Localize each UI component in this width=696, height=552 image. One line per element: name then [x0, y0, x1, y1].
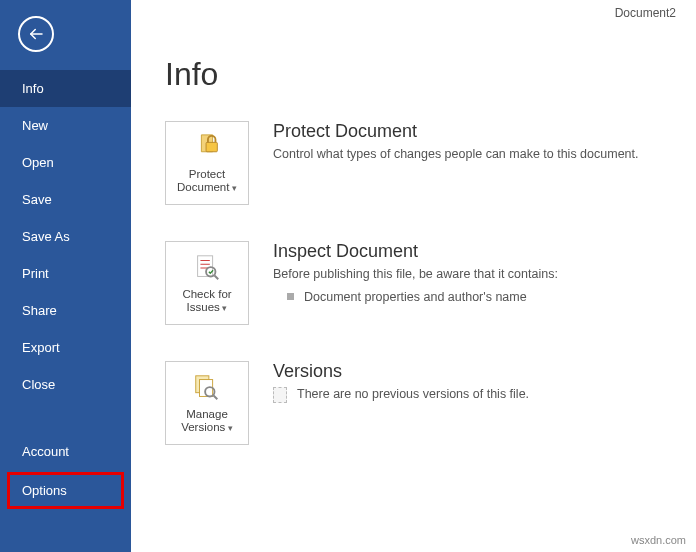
versions-heading: Versions [273, 361, 529, 382]
sidebar-item-close[interactable]: Close [0, 366, 131, 403]
lock-shield-icon [191, 132, 223, 164]
svg-line-7 [215, 275, 219, 279]
protect-document-tile[interactable]: Protect Document [165, 121, 249, 205]
versions-tile-label: Manage Versions [170, 408, 244, 434]
inspect-tile-label: Check for Issues [170, 288, 244, 314]
section-inspect: Check for Issues Inspect Document Before… [165, 241, 662, 325]
sidebar-item-share[interactable]: Share [0, 292, 131, 329]
bullet-square-icon [287, 293, 294, 300]
sidebar-item-account[interactable]: Account [0, 433, 131, 470]
svg-line-11 [214, 395, 218, 399]
inspect-bullet: Document properties and author's name [287, 290, 558, 304]
section-protect: Protect Document Protect Document Contro… [165, 121, 662, 205]
svg-rect-1 [206, 142, 217, 151]
sidebar-item-new[interactable]: New [0, 107, 131, 144]
sidebar-item-open[interactable]: Open [0, 144, 131, 181]
manage-versions-tile[interactable]: Manage Versions [165, 361, 249, 445]
sidebar-item-options[interactable]: Options [7, 472, 124, 509]
document-inspect-icon [191, 252, 223, 284]
sidebar-item-save[interactable]: Save [0, 181, 131, 218]
document-versions-icon [191, 372, 223, 404]
versions-desc: There are no previous versions of this f… [297, 386, 529, 404]
document-name: Document2 [615, 6, 676, 20]
sidebar-item-print[interactable]: Print [0, 255, 131, 292]
inspect-desc: Before publishing this file, be aware th… [273, 266, 558, 284]
version-file-icon [273, 387, 287, 403]
protect-desc: Control what types of changes people can… [273, 146, 639, 164]
check-for-issues-tile[interactable]: Check for Issues [165, 241, 249, 325]
protect-heading: Protect Document [273, 121, 639, 142]
page-title: Info [165, 56, 662, 93]
inspect-heading: Inspect Document [273, 241, 558, 262]
sidebar-item-save-as[interactable]: Save As [0, 218, 131, 255]
back-button[interactable] [18, 16, 54, 52]
main-panel: Document2 Info Protect Document Protect … [131, 0, 696, 552]
sidebar-item-info[interactable]: Info [0, 70, 131, 107]
inspect-bullet-text: Document properties and author's name [304, 290, 527, 304]
sidebar-item-export[interactable]: Export [0, 329, 131, 366]
protect-tile-label: Protect Document [170, 168, 244, 194]
section-versions: Manage Versions Versions There are no pr… [165, 361, 662, 445]
backstage-sidebar: Info New Open Save Save As Print Share E… [0, 0, 131, 552]
arrow-left-icon [27, 25, 45, 43]
watermark: wsxdn.com [631, 534, 686, 546]
